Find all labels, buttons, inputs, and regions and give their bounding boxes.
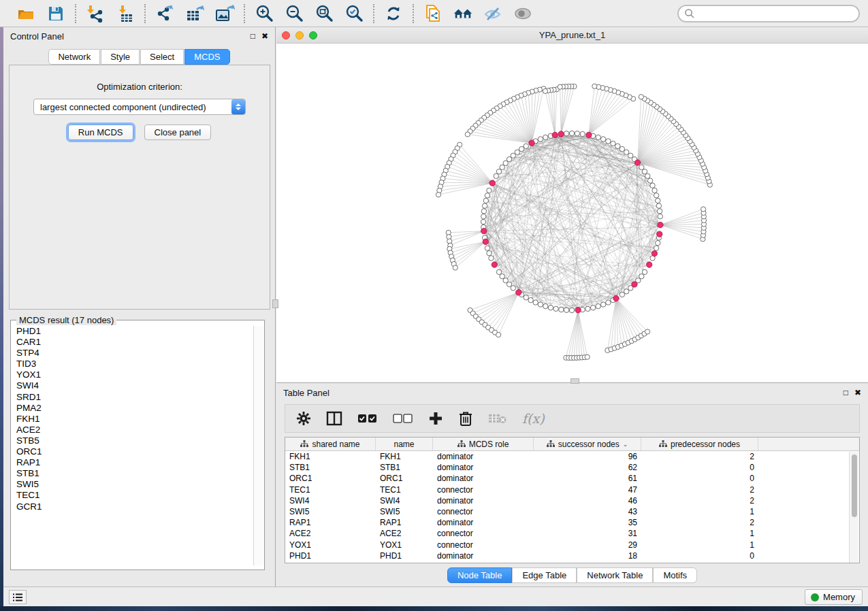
hide-columns-button[interactable] xyxy=(393,410,413,427)
table-cell[interactable]: 62 xyxy=(534,463,641,472)
export-image-button[interactable] xyxy=(214,3,235,24)
mcds-selected-node[interactable] xyxy=(575,307,581,312)
table-cell[interactable]: 61 xyxy=(534,474,641,483)
show-columns-button[interactable] xyxy=(357,410,378,427)
table-cell[interactable]: 2 xyxy=(641,452,758,461)
table-cell[interactable]: FKH1 xyxy=(376,452,433,461)
table-cell[interactable]: connector xyxy=(433,529,534,538)
table-cell[interactable]: 0 xyxy=(641,474,758,483)
mcds-selected-node[interactable] xyxy=(586,132,592,137)
criterion-dropdown[interactable]: largest connected component (undirected) xyxy=(33,99,246,115)
table-cell[interactable]: ACE2 xyxy=(285,529,376,538)
tab-edge-table[interactable]: Edge Table xyxy=(512,567,577,583)
refresh-button[interactable] xyxy=(383,3,404,24)
mcds-selected-node[interactable] xyxy=(613,295,619,301)
network-graph[interactable] xyxy=(276,44,867,382)
table-row[interactable]: SWI5SWI5connector431 xyxy=(285,506,859,517)
table-row[interactable]: RAP1RAP1dominator352 xyxy=(285,517,859,528)
table-cell[interactable]: STB1 xyxy=(376,463,433,472)
table-cell[interactable]: YOX1 xyxy=(376,540,433,550)
mcds-selected-node[interactable] xyxy=(658,222,663,227)
table-cell[interactable]: 96 xyxy=(534,452,641,461)
table-cell[interactable]: 31 xyxy=(534,529,641,538)
table-cell[interactable]: 0 xyxy=(641,463,758,472)
table-cell[interactable]: dominator xyxy=(433,518,534,527)
network-window-titlebar[interactable]: YPA_prune.txt_1 xyxy=(276,27,868,44)
mcds-result-scrollbar[interactable] xyxy=(253,326,263,565)
mcds-result-item[interactable]: GCR1 xyxy=(12,501,254,512)
houses-button[interactable] xyxy=(453,3,473,24)
mcds-result-item[interactable]: STB1 xyxy=(12,468,254,479)
tab-network-table[interactable]: Network Table xyxy=(577,567,653,583)
vertical-splitter-handle[interactable] xyxy=(272,299,278,308)
export-network-button[interactable] xyxy=(155,3,175,24)
mcds-result-item[interactable]: SWI5 xyxy=(12,479,254,490)
table-cell[interactable]: 18 xyxy=(534,551,641,561)
table-cell[interactable]: connector xyxy=(433,485,534,495)
mcds-result-item[interactable]: SRD1 xyxy=(12,392,254,403)
table-cell[interactable]: 2 xyxy=(641,496,758,506)
table-cell[interactable]: STB1 xyxy=(285,463,376,472)
search-input[interactable] xyxy=(698,7,858,20)
close-panel-icon[interactable]: ✖ xyxy=(261,31,268,41)
tab-style[interactable]: Style xyxy=(101,49,140,65)
table-cell[interactable]: 1 xyxy=(641,540,758,550)
memory-button[interactable]: Memory xyxy=(805,589,863,605)
split-columns-button[interactable] xyxy=(326,410,342,427)
table-cell[interactable]: TEC1 xyxy=(376,485,433,495)
float-panel-icon[interactable]: □ xyxy=(251,31,255,41)
table-cell[interactable]: connector xyxy=(433,507,534,516)
zoom-fit-button[interactable] xyxy=(314,3,334,24)
mcds-selected-node[interactable] xyxy=(481,228,487,233)
table-cell[interactable]: 0 xyxy=(641,551,758,561)
zoom-out-button[interactable] xyxy=(284,3,304,24)
tab-node-table[interactable]: Node Table xyxy=(447,567,513,583)
mcds-result-item[interactable]: TID3 xyxy=(12,359,254,369)
column-header-shared-name[interactable]: shared name xyxy=(285,437,376,450)
mcds-selected-node[interactable] xyxy=(489,180,495,186)
delete-column-button[interactable] xyxy=(458,410,473,427)
table-cell[interactable]: ACE2 xyxy=(376,529,433,538)
table-cell[interactable]: FKH1 xyxy=(285,452,376,461)
mcds-selected-node[interactable] xyxy=(483,239,488,244)
mcds-selected-node[interactable] xyxy=(558,131,564,137)
mcds-result-item[interactable]: PHD1 xyxy=(12,326,254,337)
import-network-button[interactable] xyxy=(85,3,106,24)
gear-button[interactable] xyxy=(296,410,311,427)
table-row[interactable]: STB1STB1dominator620 xyxy=(285,462,859,473)
save-button[interactable] xyxy=(46,3,66,24)
run-mcds-button[interactable]: Run MCDS xyxy=(68,125,133,140)
table-row[interactable]: TEC1TEC1connector472 xyxy=(285,484,859,495)
table-cell[interactable]: connector xyxy=(433,540,534,550)
table-cell[interactable]: 47 xyxy=(534,485,641,495)
node-table[interactable]: shared namenameMCDS rolesuccessor nodes⌄… xyxy=(285,437,860,563)
search-field[interactable] xyxy=(677,5,860,22)
clone-network-button[interactable] xyxy=(423,3,443,24)
zoom-in-button[interactable] xyxy=(254,3,274,24)
table-cell[interactable]: ORC1 xyxy=(285,474,376,483)
table-cell[interactable]: YOX1 xyxy=(285,540,376,550)
table-row[interactable]: ACE2ACE2connector311 xyxy=(285,528,859,539)
mcds-selected-node[interactable] xyxy=(647,262,652,267)
mcds-selected-node[interactable] xyxy=(634,160,640,165)
table-row[interactable]: PHD1PHD1dominator180 xyxy=(285,550,859,561)
mcds-result-item[interactable]: ORC1 xyxy=(12,446,254,457)
table-cell[interactable]: PHD1 xyxy=(376,551,433,561)
eye-button[interactable] xyxy=(513,3,533,24)
table-cell[interactable]: PHD1 xyxy=(285,551,376,561)
table-cell[interactable]: 1 xyxy=(641,529,758,538)
float-panel-icon[interactable]: □ xyxy=(843,388,848,397)
table-cell[interactable]: TEC1 xyxy=(285,485,376,495)
table-row[interactable]: FKH1FKH1dominator962 xyxy=(285,451,859,462)
tab-network[interactable]: Network xyxy=(48,49,100,65)
close-panel-button[interactable]: Close panel xyxy=(144,125,212,140)
table-cell[interactable]: dominator xyxy=(433,463,534,472)
mcds-result-item[interactable]: CAR1 xyxy=(12,337,254,348)
mcds-selected-node[interactable] xyxy=(657,231,662,237)
table-row[interactable]: ORC1ORC1dominator610 xyxy=(285,473,859,484)
mcds-selected-node[interactable] xyxy=(516,290,521,295)
add-column-button[interactable] xyxy=(428,410,443,427)
table-scrollbar-thumb[interactable] xyxy=(852,455,857,517)
mcds-result-item[interactable]: FKH1 xyxy=(12,414,254,425)
tab-select[interactable]: Select xyxy=(140,49,184,65)
